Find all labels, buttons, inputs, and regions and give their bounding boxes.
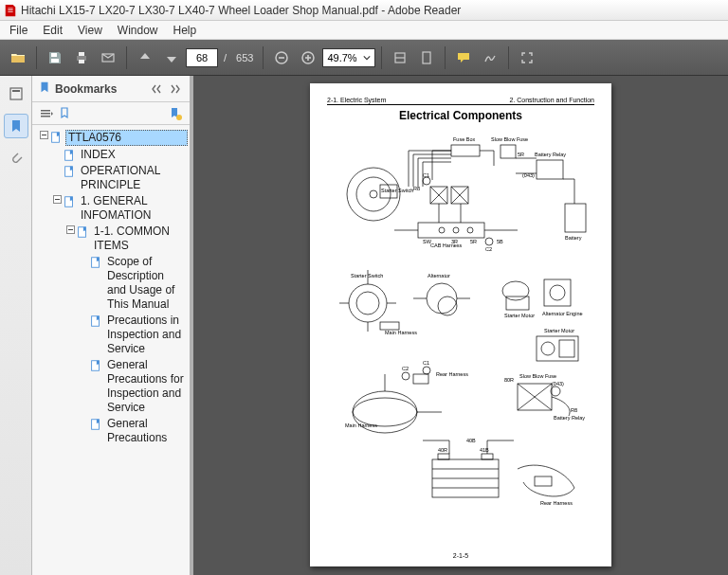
svg-rect-13 (10, 88, 22, 99)
thumbnails-tab[interactable] (4, 81, 28, 106)
svg-rect-99 (438, 454, 449, 459)
svg-text:41B: 41B (480, 447, 489, 453)
bookmark-label: OPERATIONAL PRINCIPLE (79, 164, 188, 192)
svg-point-80 (541, 342, 555, 355)
zoom-select[interactable]: 49.7% (322, 48, 374, 67)
page-up-button[interactable] (133, 45, 157, 70)
svg-rect-1 (51, 59, 59, 63)
svg-text:Battery Relay: Battery Relay (554, 415, 585, 421)
bookmark-twisty[interactable] (64, 225, 76, 234)
menu-view[interactable]: View (70, 22, 110, 39)
bookmark-item[interactable]: Scope of Description and Usage of This M… (34, 254, 188, 313)
bookmarks-panel: Bookmarks TTLA0576INDEXOPERATIONAL PRINC… (32, 76, 193, 575)
electrical-diagram: Starter Switch Fuse Box Slow Blow Fuse B… (327, 128, 594, 527)
zoom-in-button[interactable] (296, 45, 320, 70)
svg-text:3R: 3R (451, 239, 458, 244)
zoom-value: 49.7% (325, 52, 358, 63)
chevron-down-icon (361, 54, 373, 62)
bookmark-page-icon (89, 314, 102, 328)
svg-text:Starter Motor: Starter Motor (504, 313, 535, 318)
svg-point-56 (467, 227, 473, 233)
bookmark-label: 1. GENERAL INFOMATION (79, 194, 188, 223)
find-bookmark-button[interactable] (57, 105, 74, 122)
page-number-input[interactable] (186, 48, 218, 67)
bookmark-tree[interactable]: TTLA0576INDEXOPERATIONAL PRINCIPLE1. GEN… (32, 125, 190, 575)
svg-text:Alternator Engine: Alternator Engine (542, 311, 583, 316)
svg-text:R8: R8 (571, 407, 577, 413)
svg-text:Battery Relay: Battery Relay (535, 152, 566, 157)
menu-help[interactable]: Help (166, 22, 205, 39)
save-button[interactable] (43, 45, 67, 70)
zoom-out-button[interactable] (269, 45, 294, 70)
toolbar-separator (263, 46, 264, 69)
panel-close-button[interactable] (167, 81, 184, 98)
svg-rect-16 (41, 113, 50, 115)
page-header-right: 2. Construction and Function (510, 97, 595, 103)
toolbar: / 653 49.7% (0, 40, 728, 76)
svg-point-36 (370, 190, 377, 198)
bookmarks-tab[interactable] (4, 114, 28, 138)
fit-width-button[interactable] (388, 45, 412, 70)
pdf-page: 2-1. Electric System 2. Construction and… (310, 83, 611, 566)
bookmark-item[interactable]: Precautions in Inspection and Service (34, 313, 188, 357)
attachments-tab[interactable] (4, 146, 28, 171)
svg-rect-76 (544, 279, 571, 306)
bookmark-page-icon (63, 165, 76, 178)
svg-point-48 (423, 177, 430, 185)
bookmark-twisty[interactable] (38, 131, 49, 139)
document-viewport[interactable]: 2-1. Electric System 2. Construction and… (193, 76, 728, 575)
svg-text:Starter Motor: Starter Motor (544, 328, 574, 333)
email-button[interactable] (96, 45, 120, 70)
new-bookmark-button[interactable] (167, 105, 184, 122)
svg-text:Alternator: Alternator (428, 273, 450, 279)
svg-point-18 (176, 115, 182, 120)
svg-rect-103 (535, 476, 552, 486)
svg-text:Starter Switch: Starter Switch (381, 188, 413, 193)
menu-file[interactable]: File (2, 22, 35, 39)
fit-page-button[interactable] (414, 45, 439, 70)
panel-title: Bookmarks (55, 82, 117, 96)
bookmark-icon (38, 81, 51, 97)
menu-window[interactable]: Window (110, 22, 166, 39)
svg-rect-25 (55, 199, 60, 200)
bookmark-label: 1-1. COMMON ITEMS (92, 225, 188, 253)
toolbar-separator (126, 46, 127, 69)
page-title: Electrical Components (327, 109, 594, 122)
bookmark-item[interactable]: TTLA0576 (34, 129, 188, 147)
bookmark-item[interactable]: INDEX (34, 147, 188, 163)
page-down-button[interactable] (159, 45, 184, 70)
bookmark-page-icon (63, 149, 76, 162)
svg-point-55 (453, 227, 459, 233)
bookmark-item[interactable]: General Precautions (34, 416, 188, 446)
svg-rect-17 (41, 116, 50, 117)
bookmark-page-icon (89, 418, 102, 431)
print-button[interactable] (69, 45, 94, 70)
bookmark-item[interactable]: General Precautions for Inspection and S… (34, 357, 188, 416)
bookmark-page-icon (63, 195, 76, 208)
bookmark-twisty[interactable] (51, 195, 63, 204)
page-total: 653 (236, 52, 253, 63)
svg-text:C2: C2 (485, 246, 492, 252)
comment-button[interactable] (451, 45, 476, 70)
bookmark-item[interactable]: 1-1. COMMON ITEMS (34, 224, 188, 254)
svg-text:R8: R8 (413, 186, 420, 191)
bookmark-item[interactable]: 1. GENERAL INFOMATION (34, 193, 188, 224)
panel-collapse-button[interactable] (148, 81, 165, 98)
bookmark-page-icon (49, 131, 63, 144)
window-titlebar: Hitachi LX15-7 LX20-7 LX30-7 LX40-7 Whee… (0, 0, 728, 21)
bookmark-label: TTLA0576 (65, 130, 188, 146)
menu-edit[interactable]: Edit (35, 22, 70, 39)
fullscreen-button[interactable] (515, 45, 539, 70)
svg-rect-74 (506, 296, 529, 310)
bookmark-item[interactable]: OPERATIONAL PRINCIPLE (34, 163, 188, 193)
svg-point-86 (402, 372, 410, 380)
panel-options-button[interactable] (38, 105, 55, 122)
toolbar-separator (381, 46, 382, 69)
panel-toolbar (32, 102, 190, 125)
svg-rect-41 (500, 145, 516, 158)
bookmark-page-icon (89, 256, 102, 269)
open-button[interactable] (6, 45, 30, 70)
bookmark-label: Precautions in Inspection and Service (105, 314, 188, 356)
sign-button[interactable] (478, 45, 502, 70)
window-title: Hitachi LX15-7 LX20-7 LX30-7 LX40-7 Whee… (21, 4, 461, 17)
